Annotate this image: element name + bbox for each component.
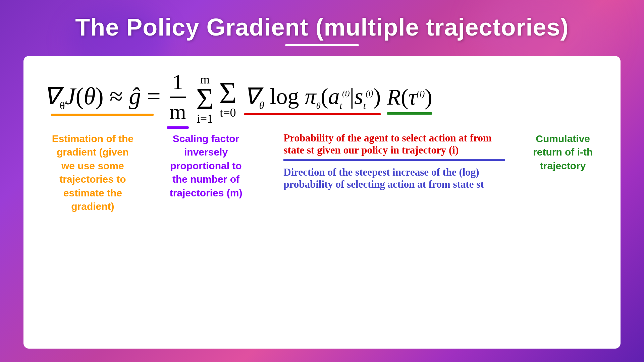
annotation-red-text: Probability of the agent to select actio…: [283, 132, 505, 161]
fraction-denominator: m: [167, 98, 189, 125]
annotation-orange-text: Estimation of the gradient (given we use…: [52, 133, 133, 212]
formula-fraction: 1 m: [167, 69, 189, 129]
fraction-underline-purple: [167, 126, 189, 129]
lhs-underline-orange: [51, 114, 154, 116]
formula-return-text: R(τ(i)): [387, 83, 432, 111]
annotation-orange: Estimation of the gradient (given we use…: [50, 132, 135, 214]
sum-i-symbol: Σ: [196, 85, 214, 113]
annotation-blue-text: Direction of the steepest increase of th…: [283, 166, 505, 190]
prob-underline-red: [244, 113, 381, 115]
annotations-row: Estimation of the gradient (given we use…: [44, 132, 600, 214]
content-box: ∇θJ(θ) ≈ ĝ = 1 m m Σ i=1 Σ: [23, 56, 621, 349]
sum-t-symbol: Σ: [219, 79, 236, 107]
annotation-green: Cumulative return of i-th trajectory: [525, 132, 600, 173]
sum-i-sub: i=1: [197, 113, 213, 125]
formula-prob-part: ∇θ log πθ(at(i)|st(i)): [244, 83, 381, 115]
formula-lhs-text: ∇θJ(θ) ≈ ĝ =: [44, 82, 161, 112]
formula-lhs: ∇θJ(θ) ≈ ĝ =: [44, 82, 161, 116]
sum-t-sub: t=0: [220, 107, 236, 119]
fraction-numerator: 1: [170, 69, 186, 98]
formula-return-part: R(τ(i)): [387, 83, 432, 115]
slide-title: The Policy Gradient (multiple trajectori…: [75, 13, 569, 41]
annotation-middle: Probability of the agent to select actio…: [283, 132, 505, 190]
summation-i: m Σ i=1: [196, 73, 214, 125]
fraction-display: 1 m: [167, 69, 189, 125]
formula-prob-text: ∇θ log πθ(at(i)|st(i)): [244, 83, 381, 112]
return-underline-green: [387, 112, 432, 115]
title-section: The Policy Gradient (multiple trajectori…: [75, 13, 569, 46]
annotation-purple-text: Scaling factor inversely proportional to…: [170, 133, 243, 198]
summation-t: Σ t=0: [219, 79, 236, 119]
formula-container: ∇θJ(θ) ≈ ĝ = 1 m m Σ i=1 Σ: [44, 69, 600, 129]
annotation-green-text: Cumulative return of i-th trajectory: [533, 133, 593, 171]
slide-background: The Policy Gradient (multiple trajectori…: [0, 0, 644, 362]
annotation-purple: Scaling factor inversely proportional to…: [162, 132, 250, 200]
title-underline: [285, 44, 359, 46]
